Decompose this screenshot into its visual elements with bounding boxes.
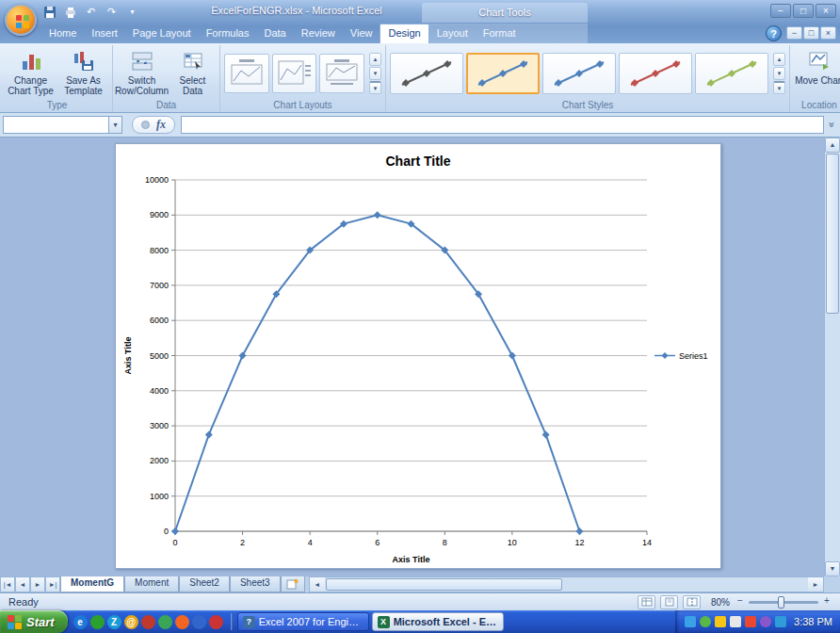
first-sheet-button[interactable]: |◄ (0, 576, 15, 592)
start-button[interactable]: Start (0, 610, 68, 633)
quick-launch-icon[interactable] (192, 615, 206, 629)
maximize-button[interactable]: □ (793, 4, 814, 18)
styles-scroll-down-icon[interactable]: ▾ (773, 67, 785, 80)
zoom-in-icon[interactable]: + (821, 596, 832, 608)
sheet-tab-sheet2[interactable]: Sheet2 (179, 576, 230, 592)
scroll-down-icon[interactable]: ▼ (825, 561, 840, 576)
ie-icon[interactable]: e (73, 615, 88, 629)
workbook-close-button[interactable]: × (820, 26, 836, 40)
quick-launch-icon[interactable] (209, 615, 223, 629)
tab-formulas[interactable]: Formulas (199, 24, 257, 43)
scroll-left-icon[interactable]: ◄ (310, 577, 325, 592)
zoom-thumb[interactable] (778, 596, 784, 609)
save-as-template-button[interactable]: Save As Template (58, 47, 108, 100)
styles-scroll-up-icon[interactable]: ▴ (773, 53, 785, 66)
close-button[interactable]: × (816, 4, 836, 18)
layouts-scroll-down-icon[interactable]: ▾ (369, 67, 381, 80)
scroll-right-icon[interactable]: ► (808, 577, 823, 592)
move-chart-button[interactable]: Move Chart (794, 47, 840, 100)
workbook-minimize-button[interactable]: − (786, 26, 802, 40)
tray-icon[interactable] (775, 616, 786, 627)
sheet-tab-sheet3[interactable]: Sheet3 (230, 576, 281, 592)
name-box-dropdown-icon[interactable]: ▾ (108, 116, 122, 134)
tray-icon[interactable] (715, 616, 726, 627)
tray-icon[interactable] (745, 616, 756, 627)
chart-layout-2[interactable] (272, 54, 317, 93)
vertical-scrollbar-thumb[interactable] (826, 154, 839, 314)
svg-text:8: 8 (443, 538, 447, 547)
zoom-level[interactable]: 80% (705, 597, 730, 608)
redo-icon[interactable]: ↷ (104, 5, 120, 20)
tray-icon[interactable] (700, 616, 711, 627)
vertical-scrollbar[interactable]: ▲ ▼ (824, 138, 840, 576)
chart-layout-1[interactable] (224, 54, 269, 93)
group-label-chart-styles: Chart Styles (386, 100, 789, 110)
layouts-more-icon[interactable]: ▾ (369, 81, 381, 94)
quick-launch-icon[interactable]: Z (107, 615, 121, 629)
task-button-excel[interactable]: X Microsoft Excel - Exce... (372, 612, 504, 631)
task-button-help-window[interactable]: ? Excel 2007 for Engineers... (237, 612, 369, 631)
tab-page-layout[interactable]: Page Layout (125, 24, 199, 43)
workbook-restore-button[interactable]: □ (803, 26, 819, 40)
name-box[interactable] (3, 116, 108, 134)
tab-layout[interactable]: Layout (429, 24, 476, 43)
svg-text:6: 6 (375, 538, 380, 547)
sheet-tab-moment[interactable]: Moment (124, 576, 179, 592)
tab-design[interactable]: Design (380, 24, 428, 43)
customize-qat-icon[interactable]: ▾ (124, 5, 140, 20)
page-layout-view-button[interactable] (660, 595, 678, 609)
help-button[interactable]: ? (766, 25, 782, 41)
chart-style-3[interactable] (542, 53, 616, 94)
page-break-view-button[interactable] (683, 595, 701, 609)
expand-formula-bar-icon[interactable]: « (822, 119, 840, 132)
last-sheet-button[interactable]: ►| (45, 576, 60, 592)
zoom-slider[interactable]: − + (735, 596, 832, 608)
switch-row-column-button[interactable]: Switch Row/Column (117, 47, 167, 100)
previous-sheet-button[interactable]: ◄ (15, 576, 30, 592)
select-data-button[interactable]: Select Data (170, 47, 216, 100)
minimize-button[interactable]: − (770, 4, 791, 18)
next-sheet-button[interactable]: ► (30, 576, 45, 592)
chart-style-1[interactable] (390, 53, 463, 94)
zoom-track[interactable] (749, 601, 818, 604)
normal-view-button[interactable] (638, 595, 655, 609)
chart-style-5[interactable] (695, 53, 768, 94)
horizontal-scrollbar[interactable]: ◄ ► (309, 576, 824, 592)
tab-review[interactable]: Review (294, 24, 343, 43)
quick-launch-icon[interactable] (90, 615, 105, 629)
change-chart-type-button[interactable]: Change Chart Type (6, 47, 56, 100)
quick-launch-icon[interactable]: @ (124, 615, 138, 629)
print-icon[interactable] (62, 5, 78, 20)
layouts-scroll-up-icon[interactable]: ▴ (369, 53, 381, 66)
tab-view[interactable]: View (343, 24, 380, 43)
formula-input[interactable] (181, 116, 824, 134)
svg-text:Axis Title: Axis Title (123, 337, 133, 375)
tab-insert[interactable]: Insert (84, 24, 125, 43)
quick-launch-icon[interactable] (158, 615, 172, 629)
tab-format[interactable]: Format (476, 24, 524, 43)
chart-layout-3[interactable] (319, 54, 364, 93)
svg-text:2: 2 (240, 538, 245, 547)
chart-canvas[interactable]: 0100020003000400050006000700080009000100… (116, 144, 720, 568)
zoom-out-icon[interactable]: − (735, 596, 746, 608)
chart-style-2[interactable] (466, 53, 540, 94)
chart-style-4[interactable] (619, 53, 692, 94)
chart-sheet[interactable]: 0100020003000400050006000700080009000100… (115, 143, 721, 569)
scroll-up-icon[interactable]: ▲ (825, 138, 840, 153)
save-icon[interactable] (41, 5, 57, 20)
tab-home[interactable]: Home (41, 24, 84, 43)
tab-data[interactable]: Data (256, 24, 293, 43)
insert-worksheet-button[interactable] (281, 576, 305, 592)
sheet-tab-momentg[interactable]: MomentG (60, 576, 124, 592)
group-label-location: Location (790, 100, 840, 110)
quick-launch-icon[interactable] (175, 615, 189, 629)
insert-function-button[interactable]: fx (132, 116, 175, 134)
undo-icon[interactable]: ↶ (83, 5, 99, 20)
quick-launch-icon[interactable] (141, 615, 155, 629)
tray-icon[interactable] (685, 616, 696, 627)
office-button[interactable] (5, 4, 37, 36)
tray-icon[interactable] (760, 616, 771, 627)
tray-icon[interactable] (730, 616, 741, 627)
styles-more-icon[interactable]: ▾ (773, 81, 785, 94)
horizontal-scrollbar-thumb[interactable] (326, 578, 562, 591)
